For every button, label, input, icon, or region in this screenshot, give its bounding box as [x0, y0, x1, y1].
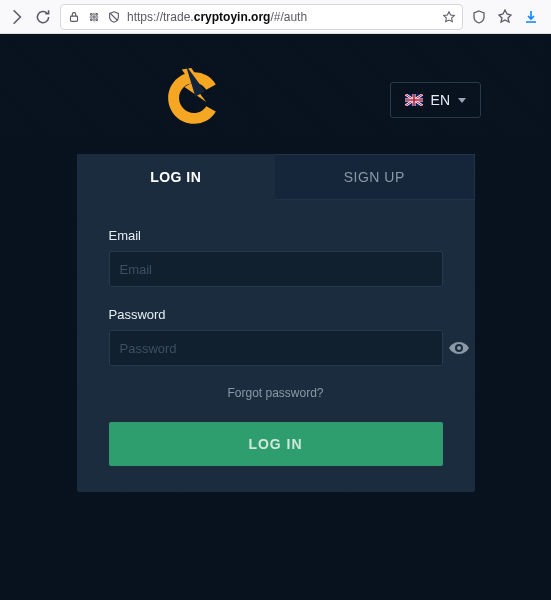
email-field-group: Email: [109, 228, 443, 287]
svg-point-3: [91, 18, 93, 20]
language-selector[interactable]: EN: [390, 82, 481, 118]
login-form: Email Password Forgot password? LOG IN: [77, 200, 475, 466]
lock-icon: [67, 10, 81, 24]
login-submit-button[interactable]: LOG IN: [109, 422, 443, 466]
chevron-down-icon: [458, 98, 466, 103]
url-text: https://trade.cryptoyin.org/#/auth: [127, 10, 307, 24]
tab-login[interactable]: LOG IN: [77, 154, 276, 200]
toggle-password-visibility-icon[interactable]: [449, 338, 469, 358]
email-label: Email: [109, 228, 443, 243]
tracking-protection-icon: [107, 10, 121, 24]
email-input[interactable]: [109, 251, 443, 287]
forward-button[interactable]: [8, 8, 26, 26]
password-label: Password: [109, 307, 443, 322]
site-header: EN: [0, 34, 551, 154]
svg-point-1: [91, 13, 93, 15]
reload-button[interactable]: [34, 8, 52, 26]
toolbar-right: [471, 9, 543, 25]
bookmark-star-icon[interactable]: [442, 10, 456, 24]
extension-icon[interactable]: [497, 9, 513, 25]
tab-signup[interactable]: SIGN UP: [275, 154, 475, 200]
language-label: EN: [431, 92, 450, 108]
svg-point-2: [96, 13, 98, 15]
flag-uk-icon: [405, 94, 423, 106]
page-content: EN LOG IN SIGN UP Email Password: [0, 34, 551, 600]
svg-point-4: [96, 18, 98, 20]
auth-tabs: LOG IN SIGN UP: [77, 154, 475, 200]
address-bar[interactable]: https://trade.cryptoyin.org/#/auth: [60, 4, 463, 30]
svg-rect-0: [71, 16, 78, 21]
password-field-group: Password: [109, 307, 443, 366]
password-input[interactable]: [109, 330, 443, 366]
forgot-password-link[interactable]: Forgot password?: [109, 386, 443, 400]
browser-toolbar: https://trade.cryptoyin.org/#/auth: [0, 0, 551, 34]
auth-card: LOG IN SIGN UP Email Password Forgot pas…: [77, 154, 475, 492]
shield-icon[interactable]: [471, 9, 487, 25]
site-logo[interactable]: [160, 64, 228, 136]
permissions-icon: [87, 10, 101, 24]
download-icon[interactable]: [523, 9, 539, 25]
